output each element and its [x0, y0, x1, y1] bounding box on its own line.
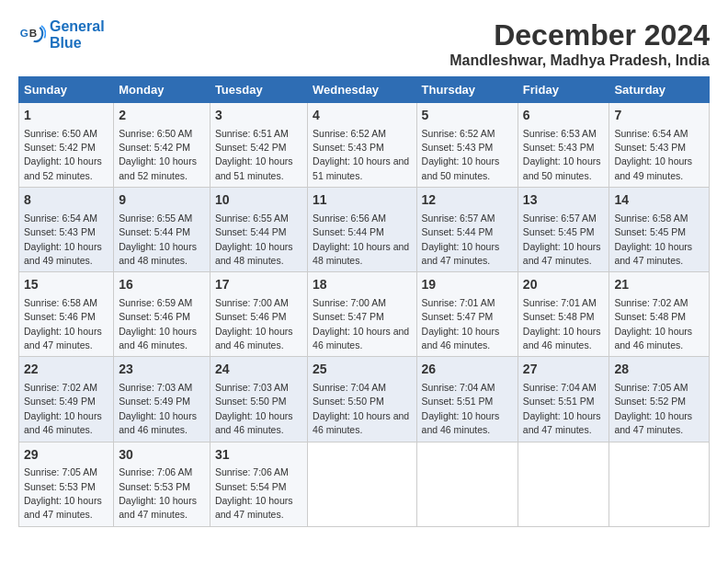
day-number: 2 — [119, 107, 205, 125]
week-row-5: 29Sunrise: 7:05 AMSunset: 5:53 PMDayligh… — [19, 442, 710, 526]
cell-detail: Sunrise: 6:58 AMSunset: 5:45 PMDaylight:… — [614, 213, 692, 266]
calendar-cell: 12Sunrise: 6:57 AMSunset: 5:44 PMDayligh… — [416, 188, 518, 272]
day-number: 17 — [215, 276, 302, 294]
calendar-cell: 17Sunrise: 7:00 AMSunset: 5:46 PMDayligh… — [210, 272, 307, 357]
cell-detail: Sunrise: 6:54 AMSunset: 5:43 PMDaylight:… — [614, 128, 692, 181]
svg-text:B: B — [29, 26, 37, 38]
calendar-cell: 1Sunrise: 6:50 AMSunset: 5:42 PMDaylight… — [19, 103, 114, 188]
cell-detail: Sunrise: 7:04 AMSunset: 5:50 PMDaylight:… — [313, 382, 409, 435]
day-number: 21 — [614, 276, 704, 294]
cell-detail: Sunrise: 7:00 AMSunset: 5:47 PMDaylight:… — [313, 297, 409, 350]
day-number: 11 — [313, 191, 411, 210]
day-number: 30 — [119, 446, 205, 465]
day-number: 6 — [523, 107, 605, 125]
cell-detail: Sunrise: 7:05 AMSunset: 5:52 PMDaylight:… — [614, 382, 692, 435]
day-number: 26 — [422, 361, 513, 379]
calendar-cell: 13Sunrise: 6:57 AMSunset: 5:45 PMDayligh… — [518, 188, 609, 272]
cell-detail: Sunrise: 6:50 AMSunset: 5:42 PMDaylight:… — [24, 128, 102, 181]
calendar-cell: 22Sunrise: 7:02 AMSunset: 5:49 PMDayligh… — [19, 357, 114, 442]
cell-detail: Sunrise: 6:53 AMSunset: 5:43 PMDaylight:… — [523, 128, 601, 181]
cell-detail: Sunrise: 6:54 AMSunset: 5:43 PMDaylight:… — [24, 213, 102, 266]
day-number: 4 — [313, 107, 411, 125]
day-number: 5 — [422, 107, 513, 125]
calendar-subtitle: Mandleshwar, Madhya Pradesh, India — [449, 52, 710, 69]
calendar-cell: 2Sunrise: 6:50 AMSunset: 5:42 PMDaylight… — [114, 103, 210, 188]
calendar-cell: 24Sunrise: 7:03 AMSunset: 5:50 PMDayligh… — [210, 357, 307, 442]
day-number: 10 — [215, 191, 302, 210]
cell-detail: Sunrise: 7:06 AMSunset: 5:54 PMDaylight:… — [215, 466, 293, 520]
day-number: 8 — [24, 191, 108, 210]
cell-detail: Sunrise: 6:56 AMSunset: 5:44 PMDaylight:… — [313, 213, 409, 266]
day-number: 20 — [523, 276, 605, 294]
calendar-cell: 28Sunrise: 7:05 AMSunset: 5:52 PMDayligh… — [609, 357, 710, 442]
cell-detail: Sunrise: 6:57 AMSunset: 5:44 PMDaylight:… — [422, 213, 500, 266]
cell-detail: Sunrise: 7:06 AMSunset: 5:53 PMDaylight:… — [119, 466, 197, 520]
day-number: 15 — [24, 276, 108, 294]
day-number: 12 — [422, 191, 513, 210]
header-tuesday: Tuesday — [210, 77, 307, 103]
cell-detail: Sunrise: 6:55 AMSunset: 5:44 PMDaylight:… — [215, 213, 293, 266]
cell-detail: Sunrise: 7:03 AMSunset: 5:49 PMDaylight:… — [119, 382, 197, 435]
cell-detail: Sunrise: 6:59 AMSunset: 5:46 PMDaylight:… — [119, 297, 197, 350]
cell-detail: Sunrise: 7:02 AMSunset: 5:49 PMDaylight:… — [24, 382, 102, 435]
calendar-cell: 6Sunrise: 6:53 AMSunset: 5:43 PMDaylight… — [518, 103, 609, 188]
page-header: G B General Blue December 2024 Mandleshw… — [18, 18, 710, 69]
calendar-cell: 23Sunrise: 7:03 AMSunset: 5:49 PMDayligh… — [114, 357, 210, 442]
calendar-cell: 30Sunrise: 7:06 AMSunset: 5:53 PMDayligh… — [114, 442, 210, 526]
calendar-cell: 4Sunrise: 6:52 AMSunset: 5:43 PMDaylight… — [308, 103, 416, 188]
day-number: 13 — [523, 191, 605, 210]
calendar-cell — [609, 442, 710, 526]
calendar-cell: 20Sunrise: 7:01 AMSunset: 5:48 PMDayligh… — [518, 272, 609, 357]
calendar-cell: 31Sunrise: 7:06 AMSunset: 5:54 PMDayligh… — [210, 442, 307, 526]
cell-detail: Sunrise: 6:55 AMSunset: 5:44 PMDaylight:… — [119, 213, 197, 266]
header-thursday: Thursday — [416, 77, 518, 103]
calendar-cell: 19Sunrise: 7:01 AMSunset: 5:47 PMDayligh… — [416, 272, 518, 357]
day-number: 1 — [24, 107, 108, 125]
day-number: 16 — [119, 276, 205, 294]
logo: G B General Blue — [18, 18, 105, 51]
calendar-cell: 3Sunrise: 6:51 AMSunset: 5:42 PMDaylight… — [210, 103, 307, 188]
day-number: 29 — [24, 446, 108, 465]
calendar-cell: 8Sunrise: 6:54 AMSunset: 5:43 PMDaylight… — [19, 188, 114, 272]
calendar-cell: 5Sunrise: 6:52 AMSunset: 5:43 PMDaylight… — [416, 103, 518, 188]
calendar-table: SundayMondayTuesdayWednesdayThursdayFrid… — [18, 76, 710, 527]
header-sunday: Sunday — [19, 77, 114, 103]
day-number: 14 — [614, 191, 704, 210]
cell-detail: Sunrise: 7:04 AMSunset: 5:51 PMDaylight:… — [523, 382, 601, 435]
calendar-cell — [416, 442, 518, 526]
calendar-cell: 9Sunrise: 6:55 AMSunset: 5:44 PMDaylight… — [114, 188, 210, 272]
week-row-4: 22Sunrise: 7:02 AMSunset: 5:49 PMDayligh… — [19, 357, 710, 442]
day-number: 25 — [313, 361, 411, 379]
day-number: 19 — [422, 276, 513, 294]
calendar-cell: 14Sunrise: 6:58 AMSunset: 5:45 PMDayligh… — [609, 188, 710, 272]
cell-detail: Sunrise: 6:52 AMSunset: 5:43 PMDaylight:… — [313, 128, 409, 181]
calendar-cell: 18Sunrise: 7:00 AMSunset: 5:47 PMDayligh… — [308, 272, 416, 357]
day-number: 18 — [313, 276, 411, 294]
calendar-cell: 11Sunrise: 6:56 AMSunset: 5:44 PMDayligh… — [308, 188, 416, 272]
day-number: 7 — [614, 107, 704, 125]
cell-detail: Sunrise: 6:51 AMSunset: 5:42 PMDaylight:… — [215, 128, 293, 181]
cell-detail: Sunrise: 7:01 AMSunset: 5:48 PMDaylight:… — [523, 297, 601, 350]
header-wednesday: Wednesday — [308, 77, 416, 103]
svg-text:G: G — [20, 26, 28, 38]
calendar-cell: 7Sunrise: 6:54 AMSunset: 5:43 PMDaylight… — [609, 103, 710, 188]
calendar-cell — [308, 442, 416, 526]
header-monday: Monday — [114, 77, 210, 103]
cell-detail: Sunrise: 6:50 AMSunset: 5:42 PMDaylight:… — [119, 128, 197, 181]
calendar-cell: 29Sunrise: 7:05 AMSunset: 5:53 PMDayligh… — [19, 442, 114, 526]
logo-icon: G B — [18, 21, 46, 49]
day-number: 31 — [215, 446, 302, 465]
header-row: SundayMondayTuesdayWednesdayThursdayFrid… — [19, 77, 710, 103]
cell-detail: Sunrise: 6:58 AMSunset: 5:46 PMDaylight:… — [24, 297, 102, 350]
cell-detail: Sunrise: 7:03 AMSunset: 5:50 PMDaylight:… — [215, 382, 293, 435]
calendar-cell: 10Sunrise: 6:55 AMSunset: 5:44 PMDayligh… — [210, 188, 307, 272]
day-number: 22 — [24, 361, 108, 379]
cell-detail: Sunrise: 7:05 AMSunset: 5:53 PMDaylight:… — [24, 466, 102, 520]
cell-detail: Sunrise: 6:52 AMSunset: 5:43 PMDaylight:… — [422, 128, 500, 181]
week-row-2: 8Sunrise: 6:54 AMSunset: 5:43 PMDaylight… — [19, 188, 710, 272]
day-number: 9 — [119, 191, 205, 210]
calendar-cell: 21Sunrise: 7:02 AMSunset: 5:48 PMDayligh… — [609, 272, 710, 357]
week-row-3: 15Sunrise: 6:58 AMSunset: 5:46 PMDayligh… — [19, 272, 710, 357]
cell-detail: Sunrise: 7:00 AMSunset: 5:46 PMDaylight:… — [215, 297, 293, 350]
title-area: December 2024 Mandleshwar, Madhya Prades… — [449, 18, 710, 69]
